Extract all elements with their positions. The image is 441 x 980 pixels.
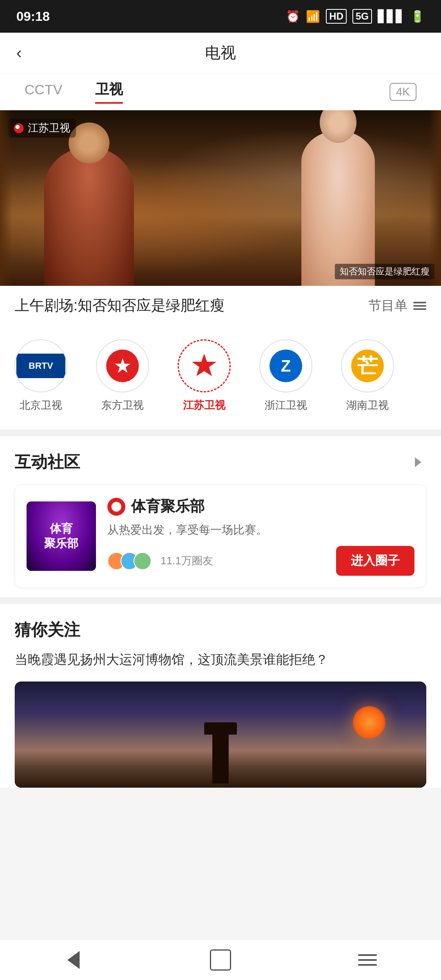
arrow-right-icon [415,457,421,467]
nav-menu-icon [358,954,377,966]
channel-circle-brtv: BRTV [14,339,67,392]
channel-list: BRTV 北京卫视 ★ 东方卫视 江苏卫视 [0,325,441,430]
5g-icon: 5G [352,9,372,24]
community-title: 互动社区 [15,451,80,473]
tab-cctv[interactable]: CCTV [24,82,62,102]
channel-item-hunan[interactable]: 芒 湖南卫视 [327,335,408,416]
brtv-logo: BRTV [16,354,65,378]
rec-pagoda [212,735,229,784]
channel-label-brtv: 北京卫视 [20,398,62,412]
schedule-icon [413,302,426,310]
community-section: 互动社区 体育 聚乐部 体育聚乐部 从热爱出发，享受每一场比赛。 [0,436,441,597]
community-thumb-text-1: 体育 [50,521,73,536]
channel-item-zhejiang[interactable]: Z 浙江卫视 [245,335,327,416]
section-divider-1 [0,430,441,436]
jiangsu-logo-svg [190,352,218,380]
back-button[interactable]: ‹ [16,44,22,62]
dongfang-logo: ★ [106,350,139,382]
channel-logo-dot [14,123,24,133]
video-player[interactable]: 江苏卫视 知否知否应是绿肥红瘦 [0,110,441,286]
community-name-row: 体育聚乐部 [107,497,414,517]
section-divider-2 [0,597,441,604]
channel-label-jiangsu: 江苏卫视 [183,398,225,412]
svg-marker-0 [192,354,216,376]
channel-circle-jiangsu [178,339,231,392]
header: ‹ 电视 [0,33,441,74]
status-time: 09:18 [16,9,50,24]
dongfang-star-icon: ★ [114,354,132,378]
community-name: 体育聚乐部 [131,497,205,517]
recommend-article-title: 当晚霞遇见扬州大运河博物馆，这顶流美景谁能拒绝？ [15,649,426,670]
join-community-button[interactable]: 进入圈子 [336,546,414,576]
community-desc: 从热爱出发，享受每一场比赛。 [107,522,414,538]
schedule-label: 节目单 [368,297,408,315]
channel-label-hunan: 湖南卫视 [346,398,389,412]
channel-circle-dongfang: ★ [96,339,149,392]
recommend-title: 猜你关注 [15,619,426,641]
side-peek-right [429,110,441,286]
community-thumbnail: 体育 聚乐部 [27,501,96,571]
channel-item-brtv[interactable]: BRTV 北京卫视 [0,335,82,416]
brtv-text: BRTV [29,361,53,371]
channel-circle-zhejiang: Z [259,339,312,392]
figure-elderly [44,147,134,286]
nav-home-button[interactable] [204,948,237,972]
program-schedule[interactable]: 节目单 [368,297,426,315]
community-more-button[interactable] [410,454,426,470]
status-icons: ⏰ 📶 HD 5G ▋▋▋ 🔋 [286,9,425,24]
alarm-icon: ⏰ [286,10,300,23]
video-background: 江苏卫视 知否知否应是绿肥红瘦 [0,110,441,286]
member-count: 11.1万圈友 [160,554,213,568]
recommend-section: 猜你关注 当晚霞遇见扬州大运河博物馆，这顶流美景谁能拒绝？ [0,604,441,788]
community-thumb-text-2: 聚乐部 [44,536,78,551]
hunan-text: 芒 [357,352,378,380]
community-card: 体育 聚乐部 体育聚乐部 从热爱出发，享受每一场比赛。 [15,485,426,588]
tabs-bar: CCTV 卫视 4K [0,74,441,110]
battery-icon: 🔋 [410,10,425,23]
nav-menu-button[interactable] [351,948,384,972]
community-icon-inner [111,502,121,512]
recommend-image[interactable] [15,682,426,788]
zhejiang-logo: Z [270,350,302,382]
wifi-icon: 📶 [306,10,320,23]
hunan-logo: 芒 [351,350,384,382]
channel-item-jiangsu[interactable]: 江苏卫视 [163,335,245,416]
rec-sun [353,706,385,739]
community-section-header: 互动社区 [15,451,426,473]
channel-circle-hunan: 芒 [341,339,394,392]
hd-icon: HD [326,9,347,24]
tab-weishi[interactable]: 卫视 [95,80,123,104]
program-bar: 上午剧场:知否知否应是绿肥红瘦 节目单 [0,286,441,325]
channel-label-zhejiang: 浙江卫视 [265,398,307,412]
tab-4k[interactable]: 4K [390,83,416,101]
channel-label-dongfang: 东方卫视 [101,398,144,412]
side-peek-left [0,110,12,286]
signal-icon: ▋▋▋ [378,10,405,23]
status-bar: 09:18 ⏰ 📶 HD 5G ▋▋▋ 🔋 [0,0,441,33]
figure-young [301,131,375,286]
bottom-nav [0,939,441,980]
page-title: 电视 [205,42,236,63]
channel-logo-overlay: 江苏卫视 [8,118,76,138]
community-members: 11.1万圈友 [107,552,213,570]
zhejiang-text: Z [281,357,291,375]
community-footer: 11.1万圈友 进入圈子 [107,546,414,576]
nav-back-button[interactable] [57,948,90,972]
channel-item-dongfang[interactable]: ★ 东方卫视 [82,335,163,416]
community-info: 体育聚乐部 从热爱出发，享受每一场比赛。 11.1万圈友 进入圈子 [107,497,414,576]
channel-name-overlay: 江苏卫视 [28,121,70,135]
community-brand-icon [107,498,125,516]
program-title: 上午剧场:知否知否应是绿肥红瘦 [15,296,225,316]
nav-back-icon [67,951,80,969]
subtitle-overlay: 知否知否应是绿肥红瘦 [335,264,434,279]
jiangsu-logo [188,350,220,382]
nav-home-icon [210,949,231,971]
member-avatar-3 [134,552,151,570]
member-avatars [107,552,147,570]
